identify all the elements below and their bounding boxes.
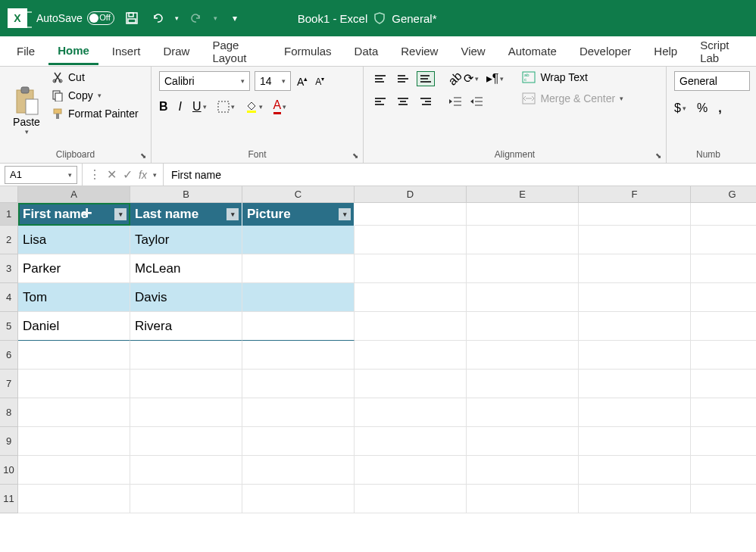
cell[interactable] [691, 427, 756, 456]
cell[interactable] [130, 485, 242, 513]
cell[interactable] [242, 283, 355, 312]
tab-help[interactable]: Help [645, 39, 686, 64]
decrease-indent-button[interactable] [448, 96, 462, 107]
italic-button[interactable]: I [179, 100, 182, 114]
cell[interactable]: Daniel [18, 312, 130, 341]
cell[interactable] [18, 341, 130, 370]
cell[interactable] [579, 427, 691, 456]
cell[interactable] [579, 203, 691, 226]
align-bottom-button[interactable] [417, 71, 435, 86]
cell[interactable] [355, 398, 467, 427]
row-header-9[interactable]: 9 [0, 427, 18, 456]
cell[interactable] [579, 485, 691, 513]
cell[interactable] [242, 485, 355, 513]
number-format-combo[interactable]: General [674, 71, 750, 91]
cell[interactable] [355, 283, 467, 312]
increase-indent-button[interactable] [470, 96, 483, 107]
cell[interactable] [18, 398, 130, 427]
cell[interactable] [691, 203, 756, 226]
cell[interactable] [467, 203, 579, 226]
cell[interactable]: Taylor [130, 226, 242, 254]
align-center-button[interactable] [394, 94, 412, 109]
name-box[interactable]: A1▾ [5, 166, 77, 184]
cell[interactable] [691, 456, 756, 485]
clipboard-dialog-launcher[interactable]: ⬊ [140, 151, 146, 160]
cell[interactable] [18, 456, 130, 485]
tab-automate[interactable]: Automate [499, 39, 566, 64]
bold-button[interactable]: B [159, 100, 168, 114]
cell[interactable] [130, 398, 242, 427]
tab-script-lab[interactable]: Script Lab [691, 33, 748, 70]
tab-home[interactable]: Home [48, 38, 98, 65]
font-dialog-launcher[interactable]: ⬊ [352, 151, 358, 160]
cell[interactable] [355, 485, 467, 513]
row-header-7[interactable]: 7 [0, 370, 18, 398]
cell[interactable] [355, 203, 467, 226]
column-header-G[interactable]: G [691, 186, 756, 203]
alignment-dialog-launcher[interactable]: ⬊ [655, 151, 661, 160]
enter-icon[interactable]: ✓ [123, 167, 133, 182]
fill-color-button[interactable]: ▾ [245, 101, 263, 113]
copy-button[interactable]: Copy ▾ [52, 89, 139, 101]
cell[interactable] [691, 312, 756, 341]
row-header-1[interactable]: 1 [0, 203, 18, 226]
tab-file[interactable]: File [8, 39, 44, 64]
row-header-6[interactable]: 6 [0, 341, 18, 370]
cell[interactable] [467, 427, 579, 456]
cell[interactable] [355, 226, 467, 254]
cell[interactable] [130, 370, 242, 398]
borders-button[interactable]: ▾ [217, 101, 235, 113]
cell[interactable] [691, 254, 756, 283]
cell[interactable] [579, 283, 691, 312]
cell[interactable] [355, 427, 467, 456]
cell[interactable] [130, 341, 242, 370]
menu-icon[interactable]: ⋮ [89, 167, 101, 182]
autosave-toggle[interactable]: AutoSave Off [36, 11, 114, 25]
column-header-D[interactable]: D [355, 186, 467, 203]
filter-dropdown-icon[interactable]: ▾ [114, 208, 127, 220]
cell[interactable] [18, 370, 130, 398]
column-header-E[interactable]: E [467, 186, 579, 203]
cell[interactable] [130, 456, 242, 485]
accounting-format-button[interactable]: $▾ [674, 101, 686, 115]
cell[interactable]: Tom [18, 283, 130, 312]
tab-page-layout[interactable]: Page Layout [203, 33, 270, 70]
row-header-2[interactable]: 2 [0, 226, 18, 254]
row-header-11[interactable]: 11 [0, 485, 18, 513]
paste-button[interactable]: Paste ▾ [8, 71, 45, 149]
tab-data[interactable]: Data [345, 39, 388, 64]
redo-button[interactable] [188, 10, 205, 27]
underline-button[interactable]: U▾ [192, 100, 207, 114]
row-header-10[interactable]: 10 [0, 456, 18, 485]
column-header-C[interactable]: C [242, 186, 355, 203]
cell[interactable] [579, 341, 691, 370]
cell[interactable] [467, 341, 579, 370]
cell[interactable] [242, 312, 355, 341]
cell[interactable]: Rivera [130, 312, 242, 341]
row-header-8[interactable]: 8 [0, 398, 18, 427]
tab-developer[interactable]: Developer [570, 39, 640, 64]
cell[interactable] [467, 283, 579, 312]
undo-button[interactable] [149, 10, 166, 27]
filter-dropdown-icon[interactable]: ▾ [226, 208, 239, 220]
cell[interactable] [467, 398, 579, 427]
cell[interactable]: Parker [18, 254, 130, 283]
cell[interactable] [691, 226, 756, 254]
cell[interactable]: McLean [130, 254, 242, 283]
toggle-switch[interactable]: Off [87, 11, 114, 25]
cell[interactable] [579, 312, 691, 341]
select-all-corner[interactable] [0, 186, 18, 203]
cell[interactable] [467, 226, 579, 254]
row-header-5[interactable]: 5 [0, 312, 18, 341]
cell[interactable] [579, 370, 691, 398]
cell[interactable] [242, 254, 355, 283]
decrease-font-button[interactable]: A▾ [314, 74, 326, 89]
cell[interactable] [242, 456, 355, 485]
cell[interactable] [579, 254, 691, 283]
cell[interactable] [467, 370, 579, 398]
table-header-cell[interactable]: Picture▾ [242, 203, 355, 226]
cell[interactable]: Davis [130, 283, 242, 312]
cell[interactable] [130, 427, 242, 456]
cell[interactable] [691, 485, 756, 513]
font-size-combo[interactable]: 14▾ [255, 71, 291, 91]
